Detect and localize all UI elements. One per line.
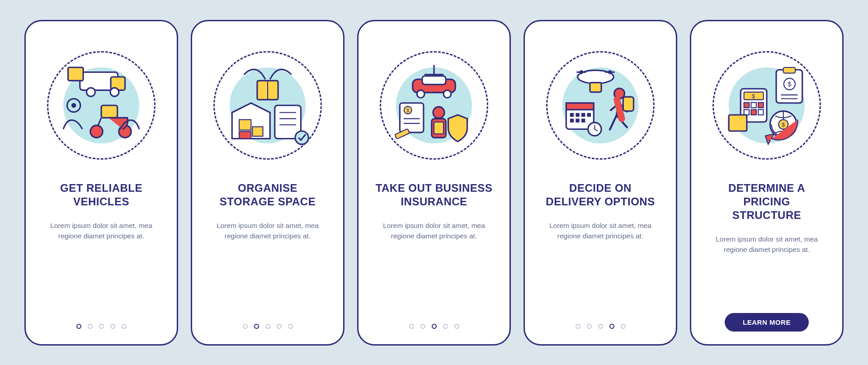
illustration-wrap: $ $ $: [712, 51, 821, 160]
dot[interactable]: [576, 324, 580, 329]
screen-title: Organise Storage Space: [209, 181, 326, 209]
dot-active[interactable]: [432, 324, 437, 329]
svg-rect-66: [751, 102, 756, 108]
svg-text:$: $: [406, 107, 409, 113]
screen-title: Decide on Delivery Options: [542, 181, 659, 209]
svg-rect-42: [590, 82, 601, 92]
onboarding-screen-1: Get Reliable Vehicles Lorem ipsum dolor …: [24, 20, 178, 346]
svg-rect-8: [101, 105, 118, 118]
svg-text:$: $: [782, 122, 785, 128]
dot[interactable]: [420, 324, 425, 329]
screen-body: Lorem ipsum dolor sit amet, mea regione …: [377, 220, 491, 242]
dot[interactable]: [243, 324, 248, 329]
svg-rect-14: [239, 119, 251, 130]
insurance-icon: $: [387, 58, 481, 153]
svg-point-3: [86, 88, 95, 96]
svg-point-41: [608, 70, 612, 74]
dot[interactable]: [265, 324, 270, 329]
onboarding-screen-5: $ $ $ Determine a Pricing Structure Lore…: [690, 20, 844, 346]
dot[interactable]: [122, 324, 127, 329]
svg-point-40: [580, 70, 583, 74]
dot[interactable]: [99, 324, 104, 329]
dot[interactable]: [277, 324, 282, 329]
pagination-dots: [525, 324, 676, 329]
screen-body: Lorem ipsum dolor sit amet, mea regione …: [211, 220, 324, 242]
screen-body: Lorem ipsum dolor sit amet, mea regione …: [710, 234, 823, 255]
svg-rect-51: [581, 119, 585, 122]
svg-point-7: [71, 103, 76, 108]
svg-rect-71: [729, 115, 747, 131]
svg-text:$: $: [752, 93, 755, 100]
dot[interactable]: [443, 324, 448, 329]
svg-rect-69: [751, 109, 756, 115]
svg-rect-57: [783, 67, 795, 73]
vehicles-icon: [54, 58, 149, 153]
dot[interactable]: [110, 324, 115, 329]
pagination-dots: [26, 324, 177, 329]
screen-body: Lorem ipsum dolor sit amet, mea regione …: [45, 220, 158, 242]
svg-point-25: [417, 90, 425, 98]
dot[interactable]: [88, 324, 93, 329]
svg-rect-35: [434, 122, 443, 133]
svg-rect-5: [68, 67, 84, 81]
screen-body: Lorem ipsum dolor sit amet, mea regione …: [544, 220, 657, 242]
pagination-dots: [359, 324, 509, 329]
dot[interactable]: [288, 324, 293, 329]
dot[interactable]: [409, 324, 414, 329]
screen-title: Take Out Business Insurance: [375, 181, 493, 209]
learn-more-button[interactable]: LEARN MORE: [725, 313, 809, 332]
svg-rect-44: [566, 103, 594, 109]
svg-rect-16: [239, 131, 251, 138]
svg-rect-48: [587, 113, 591, 116]
svg-rect-70: [758, 109, 764, 115]
pagination-dots: [192, 324, 343, 329]
svg-rect-47: [581, 113, 585, 116]
onboarding-screen-3: $ Take Out Business Insurance Lorem ipsu…: [357, 20, 511, 346]
illustration-wrap: [213, 51, 322, 160]
svg-point-21: [295, 131, 308, 144]
dot[interactable]: [587, 324, 592, 329]
svg-point-9: [90, 125, 103, 137]
svg-rect-46: [576, 113, 579, 116]
svg-rect-24: [422, 76, 446, 84]
onboarding-screen-4: Decide on Delivery Options Lorem ipsum d…: [524, 20, 677, 346]
svg-rect-65: [744, 102, 750, 108]
delivery-icon: [553, 58, 648, 153]
illustration-wrap: [47, 51, 156, 160]
svg-rect-45: [570, 113, 574, 116]
svg-rect-49: [570, 119, 574, 122]
storage-icon: [220, 58, 315, 153]
svg-point-4: [110, 88, 119, 96]
svg-rect-27: [400, 103, 424, 132]
svg-rect-68: [744, 109, 750, 115]
screen-title: Get Reliable Vehicles: [42, 181, 160, 209]
illustration-wrap: $: [380, 51, 488, 160]
svg-point-33: [433, 107, 444, 118]
svg-text:$: $: [788, 81, 791, 88]
dot[interactable]: [621, 324, 626, 329]
onboarding-screen-2: Organise Storage Space Lorem ipsum dolor…: [191, 20, 344, 346]
pricing-icon: $ $ $: [719, 58, 814, 153]
svg-rect-67: [758, 102, 764, 108]
dot[interactable]: [454, 324, 459, 329]
svg-rect-15: [252, 127, 263, 136]
svg-rect-50: [576, 119, 579, 122]
svg-point-26: [443, 90, 451, 98]
dot[interactable]: [598, 324, 603, 329]
dot-active[interactable]: [609, 324, 614, 329]
illustration-wrap: [546, 51, 655, 160]
dot-active[interactable]: [254, 324, 259, 329]
screen-title: Determine a Pricing Structure: [708, 181, 826, 222]
svg-rect-54: [623, 97, 633, 111]
dot-active[interactable]: [76, 324, 81, 329]
